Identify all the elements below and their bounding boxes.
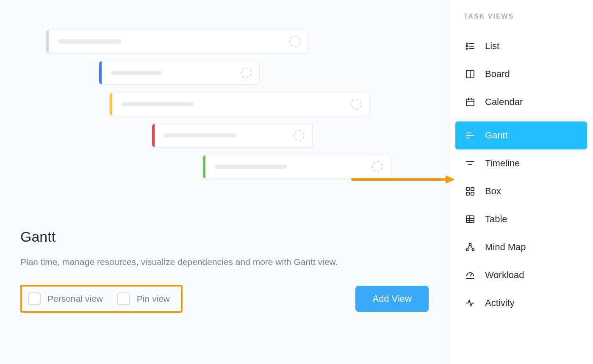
task-view-item-label: Activity xyxy=(485,298,515,309)
svg-rect-19 xyxy=(466,188,469,190)
board-icon xyxy=(465,69,476,80)
gantt-bar-text-placeholder xyxy=(111,71,162,75)
svg-rect-10 xyxy=(466,99,474,106)
workload-icon xyxy=(465,270,476,281)
mind-map-icon xyxy=(465,242,476,253)
gantt-bar-placeholder xyxy=(109,92,370,116)
gantt-bar-accent xyxy=(152,124,155,147)
task-view-item-mind-map[interactable]: Mind Map xyxy=(455,233,587,261)
gantt-bar-assignee-placeholder xyxy=(289,36,300,47)
gantt-bar-text-placeholder xyxy=(58,39,122,44)
gantt-bar-text-placeholder xyxy=(164,133,236,138)
personal-view-label: Personal view xyxy=(47,294,103,304)
task-view-item-label: Table xyxy=(485,214,507,225)
personal-view-checkbox[interactable]: Personal view xyxy=(28,292,103,305)
svg-line-32 xyxy=(470,274,472,276)
view-description: Gantt Plan time, manage resources, visua… xyxy=(20,229,429,270)
task-view-item-label: Timeline xyxy=(485,158,520,169)
task-views-list: List Board Calendar Gantt Timeline xyxy=(455,32,587,317)
sidebar-divider xyxy=(449,119,593,119)
add-view-button[interactable]: Add View xyxy=(355,286,429,312)
timeline-icon xyxy=(465,158,476,169)
task-views-sidebar: TASK VIEWS List Board Calendar Gantt xyxy=(449,0,593,364)
task-view-item-table[interactable]: Table xyxy=(455,205,587,233)
gantt-bar-assignee-placeholder xyxy=(351,99,362,110)
activity-icon xyxy=(465,298,476,309)
task-view-item-gantt[interactable]: Gantt xyxy=(455,121,587,149)
annotation-highlight: Personal view Pin view xyxy=(20,285,183,313)
task-view-item-timeline[interactable]: Timeline xyxy=(455,149,587,177)
gantt-bar-placeholder xyxy=(152,124,313,147)
checkbox-box xyxy=(117,292,130,305)
svg-rect-21 xyxy=(466,192,469,195)
gantt-bar-assignee-placeholder xyxy=(294,130,305,141)
task-view-item-board[interactable]: Board xyxy=(455,60,587,88)
task-view-item-label: Calendar xyxy=(485,97,523,108)
gantt-icon xyxy=(465,130,476,141)
task-view-item-label: Mind Map xyxy=(485,242,526,253)
view-options-row: Personal view Pin view Add View xyxy=(20,285,429,313)
task-view-item-label: Box xyxy=(485,186,501,197)
task-view-item-list[interactable]: List xyxy=(455,32,587,60)
task-view-item-workload[interactable]: Workload xyxy=(455,261,587,289)
task-view-item-label: Gantt xyxy=(485,130,508,141)
task-view-item-label: List xyxy=(485,41,499,52)
gantt-preview-bars xyxy=(20,30,429,195)
svg-line-30 xyxy=(468,245,470,249)
box-icon xyxy=(465,186,476,197)
task-view-item-calendar[interactable]: Calendar xyxy=(455,88,587,116)
gantt-bar-placeholder xyxy=(202,155,391,179)
task-view-item-label: Workload xyxy=(485,270,524,281)
checkbox-box xyxy=(28,292,41,305)
gantt-bar-placeholder xyxy=(99,61,260,85)
view-description-text: Plan time, manage resources, visualize d… xyxy=(20,254,372,270)
svg-point-4 xyxy=(466,46,468,47)
table-icon xyxy=(465,214,476,225)
gantt-bar-accent xyxy=(99,61,102,84)
gantt-bar-text-placeholder xyxy=(215,165,287,169)
svg-rect-23 xyxy=(466,216,474,223)
pin-view-label: Pin view xyxy=(137,294,170,304)
svg-rect-22 xyxy=(471,192,474,195)
list-icon xyxy=(465,41,476,52)
gantt-bar-accent xyxy=(110,93,112,116)
task-view-item-activity[interactable]: Activity xyxy=(455,289,587,317)
task-view-item-label: Board xyxy=(485,69,510,80)
svg-line-31 xyxy=(471,245,473,249)
sidebar-heading: TASK VIEWS xyxy=(464,13,587,20)
gantt-bar-assignee-placeholder xyxy=(241,67,252,78)
gantt-preview xyxy=(20,30,429,195)
gantt-bar-accent xyxy=(46,30,49,53)
svg-point-2 xyxy=(466,43,468,44)
view-details-panel: Gantt Plan time, manage resources, visua… xyxy=(0,0,449,364)
view-title: Gantt xyxy=(20,229,429,245)
gantt-bar-placeholder xyxy=(46,30,308,53)
pin-view-checkbox[interactable]: Pin view xyxy=(117,292,170,305)
gantt-bar-assignee-placeholder xyxy=(372,161,383,172)
task-view-item-box[interactable]: Box xyxy=(455,177,587,205)
calendar-icon xyxy=(465,97,476,108)
svg-point-6 xyxy=(466,48,468,50)
gantt-bar-text-placeholder xyxy=(122,102,194,106)
svg-rect-20 xyxy=(471,188,474,190)
gantt-bar-accent xyxy=(203,155,205,178)
